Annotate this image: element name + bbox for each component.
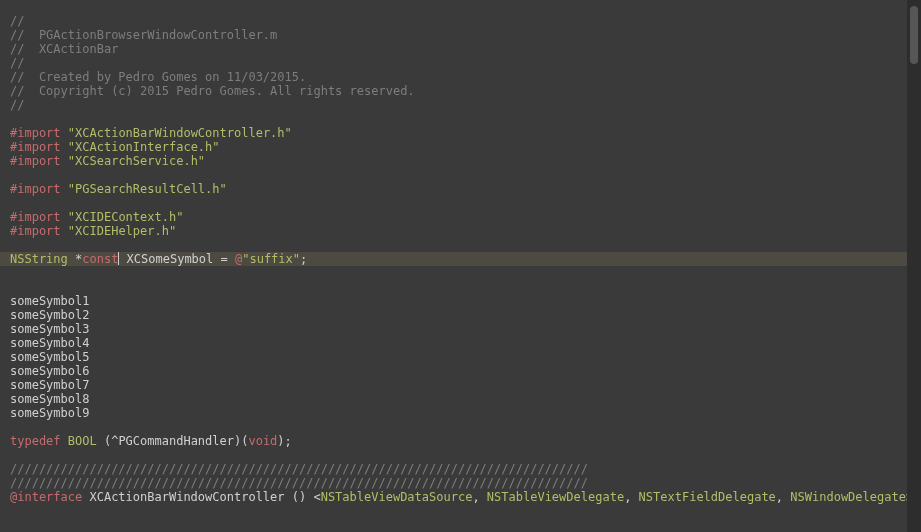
code-line: #import "XCSearchService.h" — [10, 154, 205, 168]
symbol: someSymbol5 — [10, 350, 89, 364]
symbol: someSymbol8 — [10, 392, 89, 406]
code-line: #import "XCIDEContext.h" — [10, 210, 183, 224]
const-keyword: const — [82, 252, 118, 266]
comment-line: // Created by Pedro Gomes on 11/03/2015. — [10, 70, 306, 84]
symbol: someSymbol6 — [10, 364, 89, 378]
semicolon: ; — [300, 252, 307, 266]
import-header: "XCActionBarWindowController.h" — [68, 126, 292, 140]
code-line: #import "XCIDEHelper.h" — [10, 224, 176, 238]
import-keyword: #import — [10, 182, 61, 196]
import-header: "XCIDEHelper.h" — [68, 224, 176, 238]
import-keyword: #import — [10, 154, 61, 168]
symbol-name: XCSomeSymbol = — [119, 252, 235, 266]
protocol: NSWindowDelegate — [790, 490, 906, 504]
class-name: XCActionBarWindowController () < — [82, 490, 320, 504]
code-line: #import "XCActionInterface.h" — [10, 140, 220, 154]
code-line: #import "PGSearchResultCell.h" — [10, 182, 227, 196]
code-editor[interactable]: // // PGActionBrowserWindowController.m … — [0, 0, 921, 532]
type-name: BOOL — [68, 434, 97, 448]
code-line: typedef BOOL (^PGCommandHandler)(void); — [10, 434, 292, 448]
symbol: someSymbol9 — [10, 406, 89, 420]
interface-keyword: @interface — [10, 490, 82, 504]
comma: , — [472, 490, 486, 504]
typedef-keyword: typedef — [10, 434, 61, 448]
current-line: NSString *const XCSomeSymbol = @"suffix"… — [0, 252, 921, 266]
import-header: "PGSearchResultCell.h" — [68, 182, 227, 196]
comment-line: // — [10, 56, 24, 70]
symbol: someSymbol1 — [10, 294, 89, 308]
block-type: (^PGCommandHandler)( — [97, 434, 249, 448]
comma: , — [624, 490, 638, 504]
import-header: "XCIDEContext.h" — [68, 210, 184, 224]
comma: , — [776, 490, 790, 504]
code-line: @interface XCActionBarWindowController (… — [10, 490, 913, 504]
import-header: "XCActionInterface.h" — [68, 140, 220, 154]
protocol: NSTableViewDataSource — [321, 490, 473, 504]
symbol: someSymbol7 — [10, 378, 89, 392]
divider: ////////////////////////////////////////… — [10, 462, 588, 476]
import-keyword: #import — [10, 126, 61, 140]
paren-semi: ); — [277, 434, 291, 448]
comment-line: // — [10, 14, 24, 28]
import-keyword: #import — [10, 224, 61, 238]
operator-star: * — [68, 252, 82, 266]
protocol: NSTextFieldDelegate — [639, 490, 776, 504]
symbol: someSymbol3 — [10, 322, 89, 336]
vertical-scrollbar[interactable] — [907, 0, 921, 532]
comment-line: // — [10, 98, 24, 112]
symbol: someSymbol2 — [10, 308, 89, 322]
scrollbar-thumb[interactable] — [910, 6, 918, 64]
comment-line: // PGActionBrowserWindowController.m — [10, 28, 277, 42]
symbol: someSymbol4 — [10, 336, 89, 350]
import-header: "XCSearchService.h" — [68, 154, 205, 168]
comment-line: // Copyright (c) 2015 Pedro Gomes. All r… — [10, 84, 415, 98]
divider: ////////////////////////////////////////… — [10, 476, 588, 490]
void-keyword: void — [248, 434, 277, 448]
protocol: NSTableViewDelegate — [487, 490, 624, 504]
type-name: NSString — [10, 252, 68, 266]
code-line: #import "XCActionBarWindowController.h" — [10, 126, 292, 140]
comment-line: // XCActionBar — [10, 42, 118, 56]
string-literal: "suffix" — [242, 252, 300, 266]
import-keyword: #import — [10, 210, 61, 224]
import-keyword: #import — [10, 140, 61, 154]
